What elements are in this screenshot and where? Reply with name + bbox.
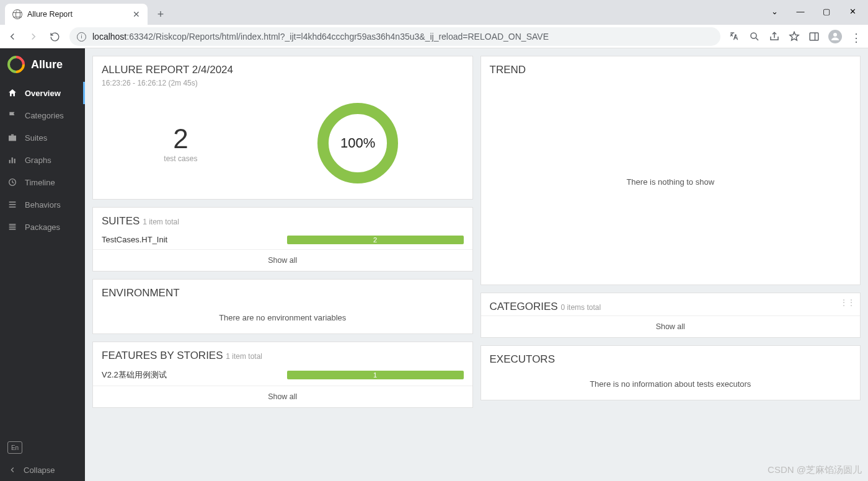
summary-time-range: 16:23:26 - 16:26:12 (2m 45s) <box>93 79 472 94</box>
summary-card: ALLURE REPORT 2/4/2024 16:23:26 - 16:26:… <box>92 56 473 200</box>
sidebar-item-label: Behaviors <box>25 200 61 210</box>
back-button[interactable] <box>6 30 19 43</box>
toolbar: i localhost:63342/Riskcop/Reports/html/i… <box>0 25 868 48</box>
svg-point-2 <box>833 33 837 37</box>
executors-card: EXECUTORS There is no information about … <box>480 345 861 400</box>
trend-empty: There is nothing to show <box>626 177 714 187</box>
sidebar-item-overview[interactable]: Overview <box>0 82 85 104</box>
briefcase-icon <box>7 133 17 143</box>
zoom-icon[interactable] <box>749 31 760 42</box>
browser-chrome: Allure Report ✕ + ⌄ — ▢ ✕ i localhost:63… <box>0 0 868 48</box>
suites-show-all[interactable]: Show all <box>93 249 472 271</box>
side-panel-icon[interactable] <box>808 31 820 42</box>
tab-title: Allure Report <box>27 10 73 19</box>
url-text: localhost:63342/Riskcop/Reports/html/ind… <box>92 32 549 42</box>
toolbar-actions: ⋮ <box>729 30 862 43</box>
sidebar-item-timeline[interactable]: Timeline <box>0 171 85 193</box>
suite-name: TestCases.HT_Init <box>102 235 167 244</box>
svg-rect-1 <box>810 33 818 40</box>
feature-row[interactable]: V2.2基础用例测试 1 <box>93 364 472 386</box>
sidebar-item-label: Suites <box>25 133 47 143</box>
language-toggle[interactable]: En <box>7 441 22 454</box>
sidebar-item-categories[interactable]: Categories <box>0 104 85 126</box>
sidebar-item-label: Overview <box>25 89 61 98</box>
categories-card: ⋮⋮ CATEGORIES 0 items total Show all <box>480 293 861 338</box>
environment-empty: There are no environment variables <box>93 302 472 333</box>
sidebar-item-label: Graphs <box>25 156 51 165</box>
svg-rect-6 <box>14 159 16 163</box>
new-tab-button[interactable]: + <box>151 5 170 24</box>
minimize-button[interactable]: — <box>789 2 812 20</box>
home-icon <box>7 88 17 98</box>
share-icon[interactable] <box>769 31 780 42</box>
brand-text: Allure <box>31 58 63 71</box>
sidebar-item-label: Timeline <box>25 178 55 187</box>
address-bar[interactable]: i localhost:63342/Riskcop/Reports/html/i… <box>69 27 720 46</box>
features-show-all[interactable]: Show all <box>93 386 472 407</box>
svg-rect-4 <box>9 160 11 163</box>
sidebar-item-behaviors[interactable]: Behaviors <box>0 193 85 216</box>
bookmark-icon[interactable] <box>789 31 800 42</box>
kebab-menu-icon[interactable]: ⋮ <box>851 31 862 42</box>
drag-handle-icon[interactable]: ⋮⋮ <box>840 298 855 307</box>
close-window-button[interactable]: ✕ <box>841 2 864 20</box>
browser-tab[interactable]: Allure Report ✕ <box>5 4 148 25</box>
site-info-icon[interactable]: i <box>77 32 86 42</box>
clock-icon <box>7 177 17 187</box>
svg-point-0 <box>751 33 756 38</box>
features-card: FEATURES BY STORIES 1 item total V2.2基础用… <box>92 342 473 408</box>
sidebar-item-packages[interactable]: Packages <box>0 216 85 238</box>
forward-button[interactable] <box>27 30 40 43</box>
environment-card: ENVIRONMENT There are no environment var… <box>92 279 473 334</box>
allure-logo-icon <box>4 52 29 77</box>
suite-bar: 2 <box>287 236 464 244</box>
chevron-left-icon <box>7 465 17 475</box>
globe-icon <box>12 9 22 19</box>
sidebar-item-graphs[interactable]: Graphs <box>0 149 85 171</box>
profile-avatar[interactable] <box>828 30 842 43</box>
maximize-button[interactable]: ▢ <box>815 2 838 20</box>
pass-percent-label: 100% <box>314 100 401 187</box>
svg-rect-3 <box>9 136 16 141</box>
content-area: ALLURE REPORT 2/4/2024 16:23:26 - 16:26:… <box>85 48 868 481</box>
collapse-sidebar-button[interactable]: Collapse <box>0 459 85 481</box>
feature-name: V2.2基础用例测试 <box>102 369 167 381</box>
sidebar: Allure Overview Categories Suites Graphs… <box>0 48 85 481</box>
sidebar-item-label: Packages <box>25 223 60 232</box>
layers-icon <box>7 222 17 232</box>
categories-show-all[interactable]: Show all <box>481 316 861 337</box>
feature-bar: 1 <box>287 371 464 379</box>
test-count: 2 test cases <box>164 123 197 163</box>
suites-card: SUITES 1 item total TestCases.HT_Init 2 … <box>92 207 473 271</box>
summary-title: ALLURE REPORT 2/4/2024 <box>93 56 472 79</box>
svg-rect-5 <box>12 157 13 163</box>
trend-card: TREND There is nothing to show <box>480 56 861 285</box>
flag-icon <box>7 110 17 120</box>
close-tab-icon[interactable]: ✕ <box>133 9 140 19</box>
collapse-label: Collapse <box>24 466 55 475</box>
suite-row[interactable]: TestCases.HT_Init 2 <box>93 230 472 249</box>
sidebar-item-label: Categories <box>25 111 64 120</box>
bar-chart-icon <box>7 155 17 165</box>
translate-icon[interactable] <box>729 31 740 42</box>
executors-empty: There is no information about tests exec… <box>481 368 861 400</box>
pass-rate-donut: 100% <box>314 100 401 187</box>
sidebar-item-suites[interactable]: Suites <box>0 126 85 149</box>
watermark: CSDN @芝麻馅汤圆儿 <box>768 464 862 476</box>
brand[interactable]: Allure <box>0 48 85 82</box>
tab-strip: Allure Report ✕ + ⌄ — ▢ ✕ <box>0 0 868 25</box>
list-icon <box>7 200 17 210</box>
reload-button[interactable] <box>48 30 61 43</box>
chevron-down-icon[interactable]: ⌄ <box>763 2 786 20</box>
